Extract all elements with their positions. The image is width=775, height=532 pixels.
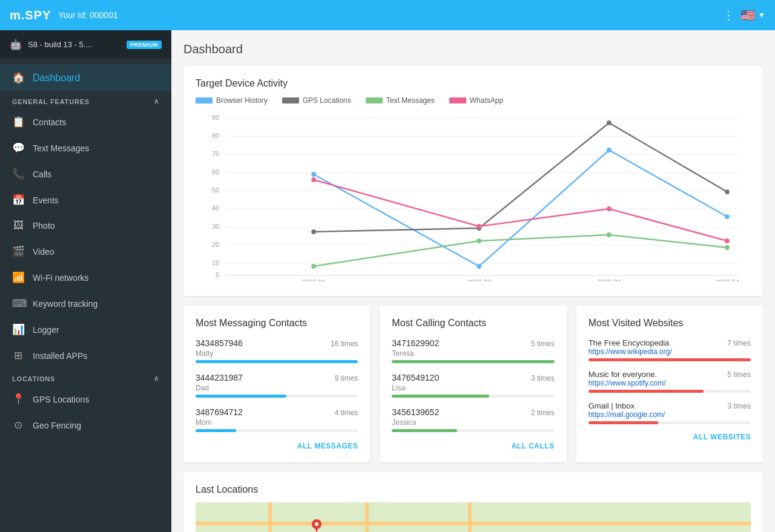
events-icon: 📅: [12, 194, 24, 206]
svg-point-28: [311, 229, 316, 234]
legend-color-whatsapp: [449, 97, 466, 103]
sidebar-nav: 🏠 Dashboard GENERAL FEATURES ∧ 📋 Contact…: [0, 59, 171, 443]
website-name: The Free Encyclopedia: [589, 338, 670, 347]
svg-text:60: 60: [212, 168, 219, 176]
legend-label-text: Text Messages: [386, 96, 435, 105]
collapse-locations-icon[interactable]: ∧: [154, 375, 159, 383]
svg-rect-41: [196, 522, 751, 525]
website-url[interactable]: https://mail.google.com/: [589, 410, 751, 419]
sidebar-item-dashboard[interactable]: 🏠 Dashboard: [0, 64, 171, 91]
svg-point-34: [607, 232, 612, 237]
legend-whatsapp: WhatsApp: [449, 96, 503, 105]
svg-point-26: [607, 148, 612, 153]
svg-text:50: 50: [212, 186, 219, 194]
contact-name: Teresa: [392, 349, 554, 358]
progress-bar: [196, 395, 286, 398]
calling-contact-3: 3456139652 2 times Jessica: [392, 407, 554, 432]
svg-point-39: [725, 238, 730, 243]
contact-times: 2 times: [531, 409, 555, 417]
geofencing-icon: ⊙: [12, 419, 24, 432]
topbar: m.SPY Your Id: 000001 ⋮ 🇺🇸 ▼: [0, 0, 775, 30]
svg-point-25: [477, 264, 481, 269]
sidebar-label-logger: Logger: [33, 325, 59, 335]
gps-icon: 📍: [12, 393, 24, 406]
progress-wrap: [196, 395, 358, 398]
sidebar-item-wifi[interactable]: 📶 Wi-Fi networks: [0, 264, 171, 291]
legend-label-browser: Browser History: [216, 96, 268, 105]
sidebar-item-text-messages[interactable]: 💬 Text Messages: [0, 135, 171, 161]
contact-number: 3476549120: [392, 373, 439, 383]
contact-name: Dad: [196, 384, 358, 392]
svg-rect-42: [268, 502, 272, 532]
collapse-icon[interactable]: ∧: [154, 97, 159, 105]
svg-point-30: [607, 120, 612, 125]
all-calls-link[interactable]: ALL CALLS: [392, 442, 554, 450]
sidebar-item-gps[interactable]: 📍 GPS Locations: [0, 386, 171, 412]
all-messages-link[interactable]: ALL MESSAGES: [196, 442, 358, 450]
sidebar-label-geofencing: Geo Fencing: [33, 421, 81, 430]
contact-times: 3 times: [531, 374, 555, 383]
sidebar-item-events[interactable]: 📅 Events: [0, 187, 171, 213]
progress-bar: [589, 421, 658, 424]
sidebar-item-installed-apps[interactable]: ⊞ Installed APPs: [0, 343, 171, 369]
svg-point-33: [477, 238, 481, 243]
sidebar-label-events: Events: [33, 195, 59, 205]
svg-text:20: 20: [212, 241, 219, 248]
calls-icon: 📞: [12, 168, 24, 180]
website-times: 7 times: [727, 339, 751, 347]
messaging-contacts-card: Most Messaging Contacts 3434857946 16 ti…: [183, 306, 370, 462]
sidebar-item-contacts[interactable]: 📋 Contacts: [0, 109, 171, 135]
calling-card-title: Most Calling Contacts: [392, 318, 554, 329]
website-url[interactable]: https://www.spotify.com/: [589, 379, 751, 387]
messaging-contact-1: 3434857946 16 times Matty: [196, 338, 358, 363]
sidebar-item-photo[interactable]: 🖼 Photo: [0, 213, 171, 238]
website-url[interactable]: https://www.wikipedia.org/: [589, 347, 751, 356]
topbar-left: m.SPY Your Id: 000001: [10, 8, 118, 22]
legend-color-text: [366, 97, 383, 103]
svg-rect-44: [468, 502, 472, 532]
progress-wrap: [589, 421, 751, 424]
sidebar-label-video: Video: [33, 247, 54, 257]
progress-bar: [392, 395, 489, 398]
last-locations-card: Last Locations: [183, 472, 763, 532]
sidebar-label-installed-apps: Installed APPs: [33, 351, 87, 361]
website-3: Gmail | Inbox 3 times https://mail.googl…: [589, 401, 751, 424]
sidebar-item-keyword-tracking[interactable]: ⌨ Keyword tracking: [0, 291, 171, 317]
svg-text:80: 80: [212, 132, 219, 139]
visited-websites-card: Most Visited Websites The Free Encyclope…: [576, 306, 763, 462]
svg-text:70: 70: [212, 150, 219, 157]
wifi-icon: 📶: [12, 271, 24, 284]
progress-wrap: [196, 360, 358, 363]
sidebar-item-video[interactable]: 🎬 Video: [0, 238, 171, 264]
messages-icon: 💬: [12, 142, 24, 154]
website-times: 3 times: [727, 402, 751, 410]
sidebar-item-geofencing[interactable]: ⊙ Geo Fencing: [0, 412, 171, 438]
map-svg: [196, 502, 751, 532]
activity-chart-card: Target Device Activity Browser History G…: [183, 66, 763, 296]
progress-bar: [392, 360, 554, 363]
website-2: Music for everyone. 5 times https://www.…: [589, 370, 751, 393]
contact-number: 3434857946: [196, 338, 243, 348]
sidebar: 🤖 S8 - build 13 - 5.... PREMIUM 🏠 Dashbo…: [0, 30, 171, 532]
page-title: Dashboard: [183, 42, 763, 56]
messaging-card-title: Most Messaging Contacts: [196, 318, 358, 329]
logo: m.SPY: [10, 8, 51, 22]
svg-text:30: 30: [212, 223, 219, 230]
svg-text:2020-02: 2020-02: [467, 278, 491, 281]
svg-point-32: [311, 264, 316, 269]
sidebar-label-gps: GPS Locations: [33, 395, 89, 404]
more-options-icon[interactable]: ⋮: [722, 8, 734, 22]
device-row[interactable]: 🤖 S8 - build 13 - 5.... PREMIUM: [0, 30, 171, 59]
contact-number: 3444231987: [196, 373, 243, 383]
sidebar-item-logger[interactable]: 📊 Logger: [0, 317, 171, 343]
contact-name: Mom: [196, 418, 358, 427]
contact-times: 5 times: [531, 340, 555, 348]
home-icon: 🏠: [12, 71, 24, 84]
contact-number: 3471629902: [392, 338, 439, 348]
sidebar-item-calls[interactable]: 📞 Calls: [0, 161, 171, 187]
all-websites-link[interactable]: ALL WEBSITES: [589, 433, 751, 441]
svg-rect-43: [365, 502, 369, 532]
messaging-contact-2: 3444231987 9 times Dad: [196, 373, 358, 398]
calling-contact-2: 3476549120 3 times Lisa: [392, 373, 554, 398]
language-selector[interactable]: 🇺🇸 ▼: [740, 8, 765, 22]
